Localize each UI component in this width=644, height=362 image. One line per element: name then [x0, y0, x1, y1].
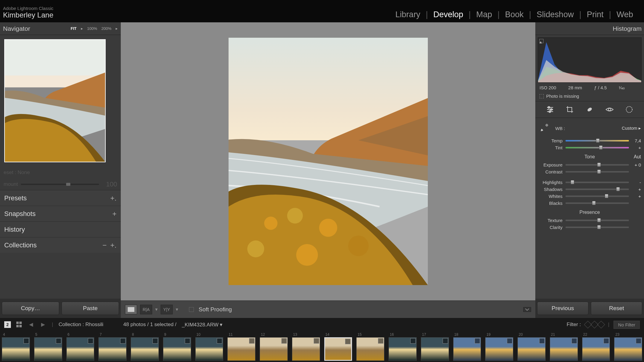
- tint-slider[interactable]: [566, 147, 629, 148]
- has-adjustments-icon: [345, 339, 351, 344]
- presets-add-button[interactable]: +.: [110, 194, 117, 202]
- secondary-info-bar: 2 ◄ ► | Collection : Rhossili 48 photos …: [0, 318, 644, 331]
- filmstrip-thumb[interactable]: 16: [389, 332, 417, 361]
- module-print[interactable]: Print: [581, 10, 609, 19]
- soft-proofing-checkbox[interactable]: [189, 307, 194, 312]
- nav-back-button[interactable]: ◄: [28, 321, 34, 329]
- crop-tool-icon[interactable]: [565, 105, 574, 114]
- before-after-yy-button[interactable]: Y|Y: [161, 305, 173, 314]
- snapshots-add-button[interactable]: +: [112, 210, 117, 218]
- filmstrip[interactable]: 4567891011121314151617181920212223: [0, 331, 644, 362]
- exposure-value[interactable]: + 0: [632, 162, 641, 167]
- collections-add-button[interactable]: +.: [110, 241, 117, 249]
- navigator-preview[interactable]: [4, 39, 106, 162]
- module-library[interactable]: Library: [390, 10, 426, 19]
- nav-forward-button[interactable]: ►: [40, 321, 46, 329]
- filter-preset-dropdown[interactable]: No Filter: [614, 321, 640, 329]
- shadow-clipping-icon[interactable]: ▴: [539, 39, 543, 43]
- focal-length-value: 28 mm: [568, 85, 582, 91]
- module-slideshow[interactable]: Slideshow: [531, 10, 579, 19]
- filmstrip-thumb[interactable]: 22: [582, 332, 610, 361]
- canvas[interactable]: [121, 22, 535, 300]
- collections-remove-button[interactable]: −: [102, 241, 107, 249]
- previous-button[interactable]: Previous: [537, 302, 588, 315]
- filmstrip-thumb[interactable]: 18: [453, 332, 481, 361]
- zoom-100[interactable]: 100%: [87, 26, 97, 31]
- highlights-slider[interactable]: [566, 182, 629, 183]
- temp-value[interactable]: 7,4: [632, 138, 641, 143]
- presets-section-header[interactable]: Presets +.: [0, 190, 121, 206]
- filmstrip-thumb[interactable]: 19: [485, 332, 513, 361]
- module-develop[interactable]: Develop: [428, 10, 469, 19]
- healing-tool-icon[interactable]: [585, 105, 594, 114]
- filmstrip-thumb[interactable]: 10: [195, 332, 223, 361]
- reset-button[interactable]: Reset: [591, 302, 642, 315]
- auto-tone-button[interactable]: Aut: [629, 154, 641, 160]
- filmstrip-thumb[interactable]: 12: [260, 332, 288, 361]
- whites-slider[interactable]: [566, 195, 629, 197]
- filmstrip-thumb[interactable]: 9: [163, 332, 191, 361]
- copy-button[interactable]: Copy…: [2, 302, 59, 315]
- current-filename[interactable]: _KIM4328.ARW ▾: [182, 322, 223, 328]
- clarity-slider[interactable]: [566, 227, 629, 228]
- highlights-label: Highlights: [538, 180, 562, 185]
- snapshots-section-header[interactable]: Snapshots +: [0, 206, 121, 221]
- app-name: Adobe Lightroom Classic: [3, 6, 53, 11]
- has-adjustments-icon: [314, 338, 319, 344]
- texture-label: Texture: [538, 218, 562, 223]
- filmstrip-thumb[interactable]: 7: [98, 332, 127, 361]
- masking-tool-icon[interactable]: [625, 105, 634, 114]
- filmstrip-thumb[interactable]: 4: [2, 332, 30, 361]
- zoom-fit[interactable]: FIT: [71, 26, 77, 31]
- toolbar-menu-button[interactable]: [523, 307, 531, 312]
- blacks-slider[interactable]: [566, 202, 629, 204]
- wb-dropper-icon[interactable]: [538, 123, 549, 134]
- collection-path[interactable]: Collection : Rhossili: [59, 322, 103, 328]
- before-after-ra-button[interactable]: R|A: [140, 305, 152, 314]
- shadows-slider[interactable]: [566, 189, 629, 190]
- temp-slider[interactable]: [566, 140, 629, 141]
- filmstrip-thumb[interactable]: 21: [550, 332, 578, 361]
- filter-flags[interactable]: [585, 322, 604, 327]
- filmstrip-thumb[interactable]: 14: [324, 332, 352, 361]
- zoom-200[interactable]: 200%: [101, 26, 111, 31]
- edit-sliders-icon[interactable]: [546, 105, 555, 114]
- loupe-view-button[interactable]: [125, 305, 137, 314]
- module-picker: Library|Develop|Map|Book|Slideshow|Print…: [390, 10, 639, 19]
- filmstrip-thumb[interactable]: 23: [614, 332, 642, 361]
- filmstrip-thumb[interactable]: 11: [227, 332, 255, 361]
- svg-point-17: [626, 106, 632, 113]
- collections-section-header[interactable]: Collections − +.: [0, 237, 121, 253]
- identity-plate: Kimberley Lane: [3, 11, 53, 19]
- filmstrip-thumb[interactable]: 5: [34, 332, 62, 361]
- paste-button[interactable]: Paste: [62, 302, 119, 315]
- redeye-tool-icon[interactable]: [605, 105, 614, 114]
- exposure-slider[interactable]: [566, 164, 629, 166]
- texture-slider[interactable]: [566, 220, 629, 221]
- module-book[interactable]: Book: [500, 10, 529, 19]
- history-section-header[interactable]: History: [0, 221, 121, 237]
- tint-value[interactable]: +: [632, 145, 641, 150]
- shadows-label: Shadows: [538, 187, 562, 192]
- filmstrip-thumb[interactable]: 6: [66, 332, 95, 361]
- highlights-value[interactable]: -: [632, 180, 641, 185]
- secondary-display-badge[interactable]: 2: [4, 321, 11, 328]
- histogram-chart[interactable]: ▴: [538, 37, 642, 83]
- shadows-value[interactable]: +: [632, 187, 641, 192]
- filmstrip-thumb[interactable]: 20: [517, 332, 546, 361]
- whites-value[interactable]: +: [632, 194, 641, 199]
- filmstrip-thumb[interactable]: 15: [356, 332, 384, 361]
- filmstrip-thumb[interactable]: 8: [131, 332, 159, 361]
- main-photo[interactable]: [229, 38, 428, 285]
- contrast-slider[interactable]: [566, 171, 629, 173]
- filmstrip-thumb[interactable]: 13: [292, 332, 320, 361]
- module-map[interactable]: Map: [471, 10, 498, 19]
- app-header: Adobe Lightroom Classic Kimberley Lane L…: [0, 0, 644, 22]
- grid-view-icon[interactable]: [16, 322, 22, 328]
- svg-point-8: [296, 244, 318, 266]
- wb-value[interactable]: Custom ▸: [622, 125, 641, 131]
- filmstrip-thumb[interactable]: 17: [421, 332, 449, 361]
- preset-amount-slider[interactable]: [21, 184, 99, 185]
- module-web[interactable]: Web: [611, 10, 639, 19]
- local-adjustment-tools: [535, 101, 644, 118]
